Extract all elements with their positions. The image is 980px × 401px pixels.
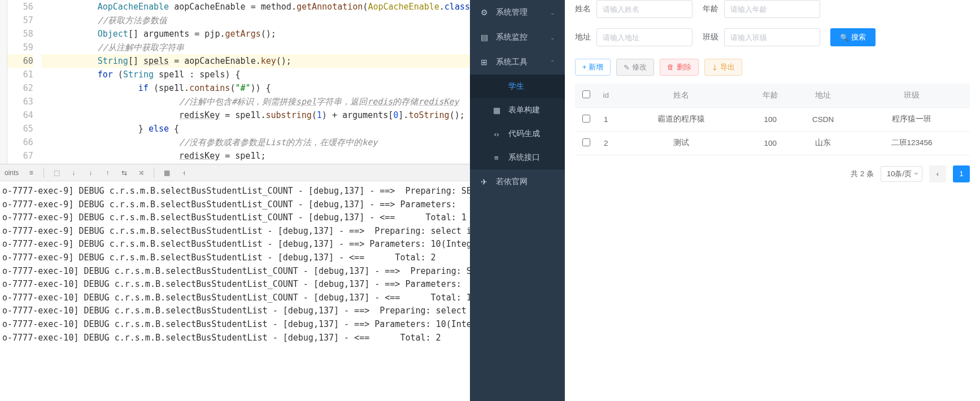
table-icon[interactable]: ▦ bbox=[162, 168, 171, 177]
column-header: 年龄 bbox=[748, 84, 792, 107]
sidebar-subitem[interactable]: ▦表单构建 bbox=[470, 98, 565, 122]
sidebar-subitem[interactable]: ‹›代码生成 bbox=[470, 122, 565, 146]
sidebar-item[interactable]: ⊞系统工具⌃ bbox=[470, 50, 565, 75]
ide-panel: 565758596061626364656667 AopCacheEnable … bbox=[0, 0, 470, 401]
nav-sidebar: ⚙系统管理⌄▤系统监控⌄⊞系统工具⌃学生▦表单构建‹›代码生成≡系统接口✈若依官… bbox=[470, 0, 565, 401]
column-header: 姓名 bbox=[615, 84, 748, 107]
edit-button[interactable]: ✎修改 bbox=[616, 59, 654, 76]
name-input[interactable] bbox=[596, 0, 692, 18]
soft-wrap-icon[interactable]: ⬚ bbox=[52, 168, 61, 177]
sidebar-item-label: 若依官网 bbox=[496, 177, 528, 187]
menu-icon: ⚙ bbox=[480, 8, 488, 17]
column-header: id bbox=[598, 84, 615, 107]
age-input[interactable] bbox=[724, 0, 820, 18]
menu-icon: ▦ bbox=[493, 106, 500, 115]
field-label-name: 姓名 bbox=[575, 4, 591, 14]
menu-icon: ⊞ bbox=[480, 58, 488, 67]
field-label-age: 年龄 bbox=[703, 4, 718, 14]
class-input[interactable] bbox=[724, 28, 820, 46]
scroll-end-icon[interactable]: ↓ bbox=[69, 168, 78, 177]
total-text: 共 2 条 bbox=[851, 169, 873, 179]
page-size-select[interactable]: 10条/页 bbox=[881, 166, 922, 182]
search-button[interactable]: 🔍 搜索 bbox=[830, 28, 876, 46]
sidebar-subitem[interactable]: 学生 bbox=[470, 75, 565, 98]
menu-icon: ‹› bbox=[493, 130, 500, 138]
breakpoints-label: oints bbox=[5, 169, 19, 177]
sidebar-item-label: 系统监控 bbox=[496, 32, 528, 42]
pagination: 共 2 条 10条/页 ‹ 1 bbox=[575, 165, 970, 182]
console-output[interactable]: o-7777-exec-9] DEBUG c.r.s.m.B.selectBus… bbox=[0, 181, 470, 401]
add-button[interactable]: +新增 bbox=[575, 59, 611, 76]
pencil-icon: ✎ bbox=[624, 63, 630, 72]
trash-icon: 🗑 bbox=[667, 63, 674, 71]
sidebar-subitem[interactable]: ≡系统接口 bbox=[470, 146, 565, 169]
table-row[interactable]: 2测试100山东二班123456 bbox=[575, 131, 970, 155]
addr-input[interactable] bbox=[596, 28, 692, 46]
ide-left-tool-strip[interactable] bbox=[0, 0, 7, 164]
sidebar-item[interactable]: ▤系统监控⌄ bbox=[470, 25, 565, 50]
field-label-class: 班级 bbox=[703, 32, 718, 42]
swap2-icon[interactable]: ⤭ bbox=[137, 168, 146, 177]
select-all-checkbox[interactable] bbox=[582, 90, 590, 98]
delete-button[interactable]: 🗑删除 bbox=[660, 59, 699, 76]
console-toolbar: oints ≡ ⬚ ↓ ↓ ↑ ⇆ ⤭ ▦ ⫞ bbox=[0, 164, 470, 181]
table-row[interactable]: 1霸道的程序猿100CSDN程序猿一班 bbox=[575, 107, 970, 131]
sidebar-item-label: 学生 bbox=[508, 81, 524, 91]
row-checkbox[interactable] bbox=[582, 115, 590, 123]
sidebar-item-label: 代码生成 bbox=[508, 129, 540, 139]
field-label-addr: 地址 bbox=[575, 32, 591, 42]
sidebar-item[interactable]: ⚙系统管理⌄ bbox=[470, 0, 565, 25]
search-icon: 🔍 bbox=[840, 33, 849, 42]
page-1-button[interactable]: 1 bbox=[953, 165, 970, 182]
column-header: 班级 bbox=[853, 84, 970, 107]
sidebar-item-label: 系统工具 bbox=[496, 57, 528, 67]
sidebar-item[interactable]: ✈若依官网 bbox=[470, 169, 565, 194]
chevron-icon: ⌃ bbox=[550, 59, 555, 66]
up-icon[interactable]: ↑ bbox=[103, 168, 112, 177]
export-button[interactable]: ⤓导出 bbox=[704, 59, 742, 76]
column-header: 地址 bbox=[792, 84, 853, 107]
webapp-panel: 姓名 年龄 地址 班级 🔍 搜索 +新增 ✎修改 🗑删除 ⤓导出 id姓名年龄地… bbox=[565, 0, 980, 401]
data-table: id姓名年龄地址班级 1霸道的程序猿100CSDN程序猿一班2测试100山东二班… bbox=[575, 84, 970, 155]
filter-icon[interactable]: ≡ bbox=[27, 168, 36, 177]
prev-page-button[interactable]: ‹ bbox=[929, 165, 946, 182]
menu-icon: ▤ bbox=[480, 33, 488, 42]
sidebar-item-label: 系统管理 bbox=[496, 7, 528, 18]
chevron-icon: ⌄ bbox=[550, 34, 555, 41]
row-checkbox[interactable] bbox=[582, 138, 590, 146]
settings-icon[interactable]: ⫞ bbox=[179, 168, 188, 177]
menu-icon: ✈ bbox=[480, 177, 488, 186]
console-panel: oints ≡ ⬚ ↓ ↓ ↑ ⇆ ⤭ ▦ ⫞ o-7777-exec-9] D… bbox=[0, 164, 470, 401]
menu-icon: ≡ bbox=[493, 154, 500, 162]
download-icon: ⤓ bbox=[712, 63, 718, 72]
plus-icon: + bbox=[582, 63, 586, 71]
line-number-gutter[interactable]: 565758596061626364656667 bbox=[7, 0, 41, 163]
chevron-icon: ⌄ bbox=[550, 10, 555, 16]
sidebar-item-label: 表单构建 bbox=[508, 105, 540, 115]
swap-icon[interactable]: ⇆ bbox=[120, 168, 129, 177]
sidebar-item-label: 系统接口 bbox=[508, 152, 540, 163]
code-editor[interactable]: AopCacheEnable aopCacheEnable = method.g… bbox=[41, 0, 470, 163]
scroll-end2-icon[interactable]: ↓ bbox=[86, 168, 95, 177]
